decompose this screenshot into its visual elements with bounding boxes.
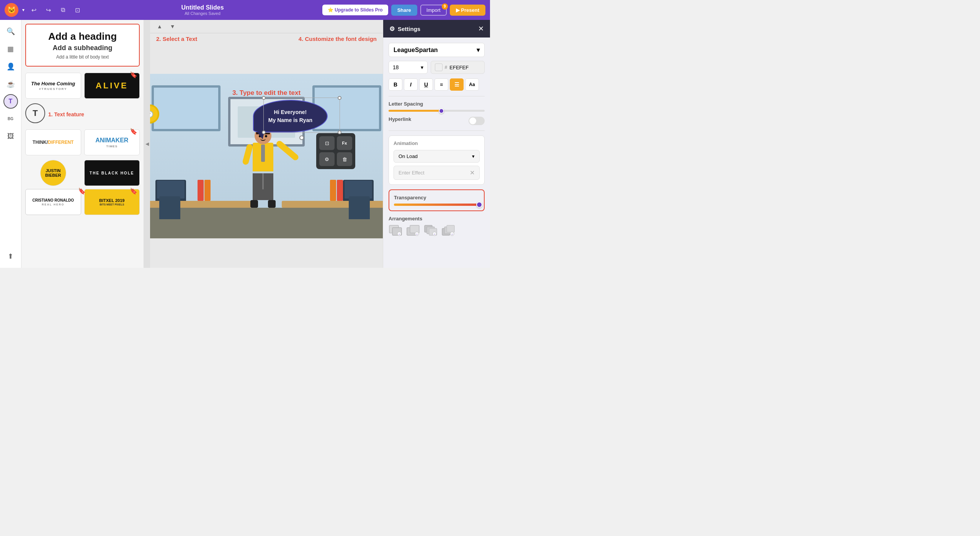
duplicate-button[interactable]: ⧉ (57, 5, 68, 15)
character (246, 127, 280, 208)
bookmark-icon-3: 🔖 (78, 187, 86, 195)
arrangement-back[interactable]: + (389, 225, 402, 236)
font-dropdown-icon: ▾ (477, 46, 480, 54)
floor (150, 208, 383, 238)
app-title: Untitled Slides (87, 4, 318, 11)
hyperlink-row: Hyperlink (389, 116, 485, 125)
binder-left-red (198, 180, 204, 201)
text-transform-button[interactable]: Aa (465, 78, 479, 91)
divider-1 (389, 96, 485, 96)
fx-effect-btn[interactable]: Fx (337, 136, 352, 150)
upgrade-button[interactable]: ⭐ Upgrade to Slides Pro (322, 5, 388, 15)
letter-spacing-thumb[interactable] (439, 108, 444, 114)
bold-button[interactable]: B (389, 78, 402, 91)
slide-canvas[interactable]: 🕐 (150, 74, 383, 238)
hyperlink-toggle[interactable] (469, 117, 485, 125)
template-grid-1: The Home Coming #TRUESTORY ALIVE (25, 73, 140, 99)
template-row-2: 🔖 THINK/DIFFERENT ANIMAKER TIMES (25, 129, 140, 155)
chair-right (349, 196, 370, 219)
template-cristiano[interactable]: CRISTIANO RONALDO REAL HERO (25, 189, 81, 215)
slide-body: Add a little bit of body text (32, 54, 133, 60)
color-picker[interactable]: # EFEFEF (431, 61, 485, 74)
fx-delete-btn[interactable]: 🗑 (337, 152, 352, 166)
template-homecoming[interactable]: The Home Coming #TRUESTORY (25, 73, 81, 99)
arrangements-label: Arrangements (389, 216, 485, 222)
template-blackhole[interactable]: THE BLACK HOLE (84, 160, 140, 186)
right-buttons: ⭐ Upgrade to Slides Pro Share Import 9 ▶… (322, 5, 485, 16)
text-feature-label: 1. Text feature (48, 111, 84, 117)
slide-area: Animate ⧉ 🗑 + 3. Type to edit the text (150, 74, 383, 238)
logo-dropdown[interactable]: ▾ (22, 7, 24, 13)
effect-dropdown-icon: ✕ (470, 169, 475, 176)
sidebar-icon-search[interactable]: 🔍 (3, 24, 18, 39)
template-thinkdiff[interactable]: THINK/DIFFERENT (25, 129, 81, 155)
canvas-up-btn[interactable]: ▲ (155, 22, 165, 31)
animation-select[interactable]: On Load ▾ (394, 150, 480, 163)
binder-left-orange (204, 180, 211, 201)
sidebar-icon-person[interactable]: 👤 (3, 59, 18, 74)
app-subtitle: All Changes Saved (87, 11, 318, 16)
arrangement-forward[interactable]: + (406, 225, 420, 236)
title-area: Untitled Slides All Changes Saved (87, 4, 318, 16)
settings-gear-icon: ⚙ (389, 25, 395, 33)
fx-settings-btn[interactable]: ⚙ (319, 152, 335, 166)
arrangement-to-front[interactable]: + (441, 225, 455, 236)
font-name: LeagueSpartan (394, 47, 438, 54)
arrangement-forward-icon: + (406, 225, 420, 236)
font-selector[interactable]: LeagueSpartan ▾ (389, 43, 485, 57)
animation-dropdown-icon: ▾ (472, 153, 475, 159)
share-button[interactable]: Share (391, 5, 417, 16)
italic-button[interactable]: I (404, 78, 418, 91)
divider-2 (389, 130, 485, 131)
enter-effect-label: Enter Effect (399, 170, 425, 176)
transparency-track[interactable] (394, 204, 479, 206)
arrangements-section: Arrangements + (389, 216, 485, 236)
arrangement-to-back[interactable]: + (424, 225, 438, 236)
app-logo: 🐱 (5, 3, 18, 17)
settings-body: LeagueSpartan ▾ 18 ▾ # EFEFEF B I U (383, 37, 490, 246)
binder-right-red (337, 180, 343, 201)
svg-rect-5 (410, 225, 419, 233)
main-slide-card: Add a heading Add a subheading Add a lit… (25, 24, 140, 67)
window-left (152, 85, 220, 131)
sidebar-icon-slides[interactable]: ▦ (3, 41, 18, 57)
import-badge: 9 (442, 3, 448, 10)
font-size-select[interactable]: 18 ▾ (389, 61, 428, 74)
fx-layout-btn[interactable]: ⊡ (319, 136, 335, 150)
slides-panel: Add a heading Add a subheading Add a lit… (21, 20, 144, 268)
instruction-customize: 4. Customize the font design (299, 36, 377, 42)
settings-header: ⚙ Settings ✕ (383, 20, 490, 37)
underline-button[interactable]: U (419, 78, 433, 91)
text-feature-icon[interactable]: T (25, 103, 45, 123)
import-button[interactable]: Import 9 (420, 5, 447, 16)
sidebar-icon-bg[interactable]: BG (3, 111, 18, 126)
undo-button[interactable]: ↩ (28, 5, 39, 15)
letter-spacing-fill (389, 110, 441, 112)
align-left-button[interactable]: ≡ (434, 78, 448, 91)
animation-effect[interactable]: Enter Effect ✕ (394, 166, 480, 180)
redo-button[interactable]: ↪ (43, 5, 54, 15)
canvas-container: Animate ⧉ 🗑 + 3. Type to edit the text (150, 44, 383, 268)
sidebar-icon-coffee[interactable]: ☕ (3, 77, 18, 92)
canvas-down-btn[interactable]: ▼ (168, 22, 178, 31)
canvas-toolbar: ▲ ▼ (150, 20, 383, 33)
transparency-label: Transparency (394, 195, 479, 200)
svg-text:+: + (416, 233, 418, 236)
transparency-thumb[interactable] (476, 202, 482, 208)
present-button[interactable]: ▶ Present (450, 5, 485, 16)
bookmark-icon-1: 🔖 (130, 71, 137, 78)
instructions-row: 2. Select a Text 4. Customize the font d… (150, 33, 383, 44)
letter-spacing-track[interactable] (389, 110, 485, 112)
logo-icon: 🐱 (7, 6, 16, 14)
collapse-handle[interactable]: ◀ (144, 20, 150, 268)
text-feature-row: T 1. Text feature (25, 103, 140, 125)
sidebar-icon-upload[interactable]: ⬆ (3, 249, 18, 264)
settings-close-button[interactable]: ✕ (478, 24, 484, 33)
align-center-button[interactable]: ☰ (450, 78, 464, 91)
format-button[interactable]: ⊡ (72, 5, 83, 15)
topbar: 🐱 ▾ ↩ ↪ ⧉ ⊡ Untitled Slides All Changes … (0, 0, 490, 20)
template-justin[interactable]: JUSTINBIEBER (40, 160, 66, 186)
sidebar-icon-text[interactable]: T (3, 94, 18, 109)
svg-text:+: + (399, 233, 400, 236)
sidebar-icon-image[interactable]: 🖼 (3, 129, 18, 144)
